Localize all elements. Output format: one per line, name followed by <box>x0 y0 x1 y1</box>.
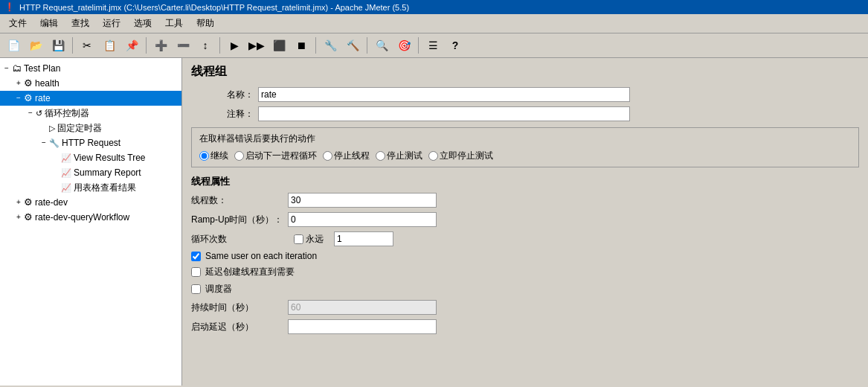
tree-item-timer[interactable]: · ▷ 固定定时器 <box>0 121 181 135</box>
health-icon: ⚙ <box>24 77 33 90</box>
toggle-test-plan[interactable]: − <box>1 62 12 75</box>
forever-label: 永远 <box>306 233 324 246</box>
open-button[interactable]: 📂 <box>25 36 46 55</box>
forever-checkbox[interactable] <box>294 234 303 244</box>
tree-item-health[interactable]: + ⚙ health <box>0 76 181 91</box>
stop-now-button[interactable]: ⏹ <box>291 36 312 55</box>
loop-count-input[interactable] <box>334 231 393 246</box>
name-input[interactable] <box>258 87 630 102</box>
tree-label-test-plan: Test Plan <box>24 62 60 75</box>
duration-input[interactable] <box>288 300 437 315</box>
view-icon: 📈 <box>61 151 71 164</box>
toggle-loop[interactable]: − <box>25 106 36 120</box>
radio-stop-thread[interactable]: 停止线程 <box>323 150 370 162</box>
error-radio-row: 继续 启动下一进程循环 停止线程 停止测试 立即停止测试 <box>199 150 851 162</box>
play-from-button[interactable]: ▶▶ <box>246 36 267 55</box>
start-delay-input[interactable] <box>288 319 437 334</box>
right-panel: 线程组 名称： 注释： 在取样器错误后要执行的动作 继续 启动下一进程循环 <box>182 58 868 386</box>
scheduler-label: 调度器 <box>205 283 232 295</box>
same-user-row: Same user on each iteration <box>191 251 859 261</box>
add-button[interactable]: ➕ <box>150 36 171 55</box>
remove-button[interactable]: ➖ <box>173 36 193 55</box>
toggle-http[interactable]: − <box>39 136 49 150</box>
save-button[interactable]: 💾 <box>48 36 68 55</box>
menu-file[interactable]: 文件 <box>3 16 33 31</box>
tree-item-http[interactable]: − 🔧 HTTP Request <box>0 135 181 150</box>
forever-checkbox-label[interactable]: 永远 <box>294 233 324 246</box>
flame-icon: ❗ <box>4 2 15 12</box>
tree-item-rate[interactable]: − ⚙ rate <box>0 91 181 106</box>
radio-stop-test[interactable]: 停止测试 <box>376 150 422 162</box>
toggle-health[interactable]: + <box>13 77 24 90</box>
search-button[interactable]: 🔍 <box>371 36 392 55</box>
menu-options[interactable]: 选项 <box>128 16 158 31</box>
tree-item-rate-dev[interactable]: + ⚙ rate-dev <box>0 195 181 210</box>
tree-label-rate: rate <box>35 92 51 105</box>
thread-count-row: 线程数： <box>191 193 859 208</box>
table-icon: 📈 <box>61 181 71 194</box>
menu-help[interactable]: 帮助 <box>190 16 220 31</box>
start-delay-row: 启动延迟（秒） <box>191 319 859 334</box>
tree-label-rate-dev: rate-dev <box>35 196 68 209</box>
tree-label-http: HTTP Request <box>62 136 120 150</box>
new-button[interactable]: 📄 <box>3 36 24 55</box>
tree-label-view: View Results Tree <box>74 151 146 164</box>
sep5 <box>367 37 367 54</box>
target-button[interactable]: 🎯 <box>393 36 414 55</box>
menu-edit[interactable]: 编辑 <box>34 16 64 31</box>
scheduler-checkbox[interactable] <box>191 284 201 294</box>
stop-button[interactable]: ⬛ <box>269 36 289 55</box>
clear-all-button[interactable]: 🔨 <box>342 36 363 55</box>
ramp-up-input[interactable] <box>288 212 437 227</box>
start-delay-label: 启动延迟（秒） <box>191 321 288 333</box>
clear-button[interactable]: 🔧 <box>320 36 341 55</box>
radio-stop-now[interactable]: 立即停止测试 <box>428 150 493 162</box>
copy-button[interactable]: 📋 <box>99 36 120 55</box>
title-bar: ❗ HTTP Request_ratelimit.jmx (C:\Users\C… <box>0 0 868 14</box>
radio-start-next[interactable]: 启动下一进程循环 <box>234 150 317 162</box>
tree-item-rate-dev-query[interactable]: + ⚙ rate-dev-queryWorkflow <box>0 210 181 225</box>
cut-button[interactable]: ✂ <box>77 36 97 55</box>
loop-row: 循环次数 永远 <box>191 231 859 246</box>
loop-count-label: 循环次数 <box>191 233 288 246</box>
scheduler-row: 调度器 <box>191 283 859 295</box>
toolbar: 📄 📂 💾 ✂ 📋 📌 ➕ ➖ ↕ ▶ ▶▶ ⬛ ⏹ 🔧 🔨 🔍 🎯 ☰ ? <box>0 33 868 58</box>
tree-item-summary[interactable]: · 📈 Summary Report <box>0 165 181 180</box>
same-user-checkbox[interactable] <box>191 252 201 261</box>
menu-tools[interactable]: 工具 <box>159 16 189 31</box>
thread-count-input[interactable] <box>288 193 437 208</box>
test-plan-icon: 🗂 <box>12 62 22 75</box>
radio-continue[interactable]: 继续 <box>199 150 228 162</box>
panel-title: 线程组 <box>191 64 859 80</box>
tree-label-summary: Summary Report <box>74 166 141 179</box>
menu-run[interactable]: 运行 <box>97 16 126 31</box>
help-button[interactable]: ? <box>445 36 466 55</box>
list-button[interactable]: ☰ <box>422 36 443 55</box>
toggle-rate-dev-query[interactable]: + <box>13 211 24 224</box>
toggle-rate[interactable]: − <box>13 92 24 105</box>
tree-item-test-plan[interactable]: − 🗂 Test Plan <box>0 61 181 76</box>
tree-item-view-results[interactable]: · 📈 View Results Tree <box>0 150 181 165</box>
rate-dev-icon: ⚙ <box>24 196 33 209</box>
move-button[interactable]: ↕ <box>195 36 216 55</box>
comment-input[interactable] <box>258 106 630 121</box>
menu-bar: 文件 编辑 查找 运行 选项 工具 帮助 <box>0 14 868 33</box>
delay-create-checkbox[interactable] <box>191 267 201 277</box>
sep2 <box>146 37 147 54</box>
tree-item-table[interactable]: · 📈 用表格查看结果 <box>0 180 181 195</box>
name-label: 名称： <box>191 89 258 101</box>
tree-item-loop-ctrl[interactable]: − ↺ 循环控制器 <box>0 106 181 121</box>
duration-label: 持续时间（秒） <box>191 301 288 314</box>
error-action-title: 在取样器错误后要执行的动作 <box>199 132 851 145</box>
sep1 <box>72 37 73 54</box>
tree-label-loop: 循环控制器 <box>45 106 89 120</box>
comment-row: 注释： <box>191 106 859 121</box>
summary-icon: 📈 <box>61 166 71 179</box>
comment-label: 注释： <box>191 108 258 121</box>
menu-search[interactable]: 查找 <box>65 16 95 31</box>
play-button[interactable]: ▶ <box>224 36 245 55</box>
toggle-rate-dev[interactable]: + <box>13 196 24 209</box>
name-row: 名称： <box>191 87 859 102</box>
radio-stop-thread-label: 停止线程 <box>334 150 370 162</box>
paste-button[interactable]: 📌 <box>121 36 142 55</box>
